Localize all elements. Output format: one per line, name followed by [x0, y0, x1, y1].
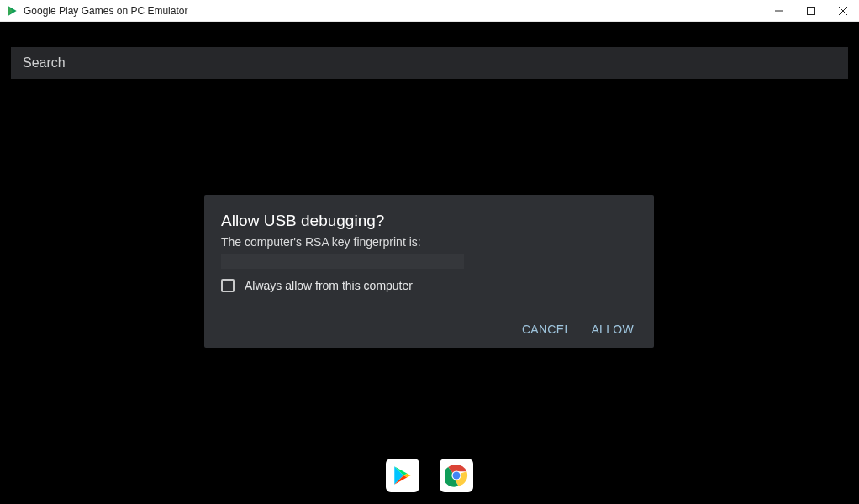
always-allow-checkbox[interactable] — [221, 279, 235, 292]
emulator-screen: Allow USB debugging? The computer's RSA … — [0, 22, 859, 504]
search-input[interactable] — [23, 55, 836, 71]
chrome-icon[interactable] — [440, 459, 473, 492]
dialog-actions: CANCEL ALLOW — [221, 323, 637, 336]
play-store-icon[interactable] — [386, 459, 419, 492]
app-icon — [7, 5, 18, 17]
cancel-button[interactable]: CANCEL — [522, 323, 572, 336]
app-dock — [0, 452, 859, 504]
rsa-fingerprint-redacted — [221, 254, 464, 269]
maximize-button[interactable] — [795, 0, 827, 22]
always-allow-row[interactable]: Always allow from this computer — [221, 279, 637, 292]
always-allow-label: Always allow from this computer — [245, 279, 413, 292]
window-titlebar: Google Play Games on PC Emulator — [0, 0, 859, 22]
dialog-subtitle: The computer's RSA key fingerprint is: — [221, 235, 637, 249]
close-button[interactable] — [827, 0, 859, 22]
search-bar[interactable] — [11, 47, 848, 79]
svg-rect-1 — [808, 7, 815, 14]
minimize-button[interactable] — [763, 0, 795, 22]
usb-debugging-dialog: Allow USB debugging? The computer's RSA … — [204, 195, 654, 348]
window-title: Google Play Games on PC Emulator — [24, 5, 187, 17]
allow-button[interactable]: ALLOW — [591, 323, 634, 336]
dialog-title: Allow USB debugging? — [221, 212, 637, 230]
svg-point-6 — [453, 472, 461, 480]
